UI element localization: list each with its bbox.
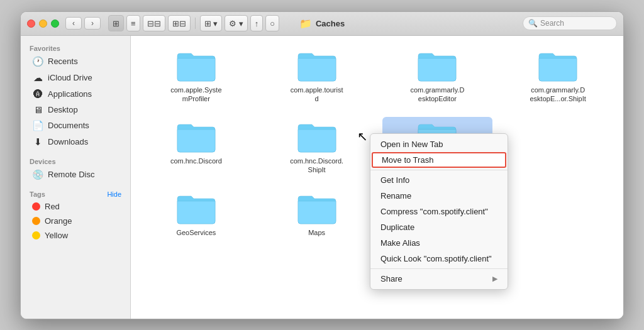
folder-icon-2: [297, 50, 337, 82]
sidebar: Favorites 🕐 Recents ☁ iCloud Drive 🅐 App…: [21, 36, 131, 319]
search-bar[interactable]: 🔍 Search: [523, 16, 617, 30]
view-gallery-button[interactable]: ⊞⊟: [168, 15, 191, 31]
sidebar-item-tag-orange-label: Orange: [45, 216, 72, 226]
minimize-button[interactable]: [39, 19, 47, 28]
nav-buttons: ‹ ›: [65, 17, 101, 30]
file-label-2: com.apple.tourist d: [289, 85, 345, 104]
context-menu-rename[interactable]: Rename: [370, 188, 508, 204]
sidebar-item-icloud-label: iCloud Drive: [48, 73, 92, 82]
sidebar-item-tag-orange[interactable]: Orange: [23, 214, 128, 228]
file-item-8[interactable]: [502, 117, 613, 179]
file-item-empty[interactable]: [502, 189, 613, 241]
file-item-6[interactable]: com.hnc.Discord.ShipIt: [262, 117, 372, 179]
sidebar-item-desktop-label: Desktop: [48, 105, 78, 114]
traffic-lights: [27, 19, 59, 28]
share-label: Share: [380, 274, 402, 283]
file-label-1: com.apple.Syste mProfiler: [168, 85, 225, 104]
finder-window: ‹ › ⊞ ≡ ⊟⊟ ⊞⊟ ⊞ ▾ ⚙ ▾ ↑ ○ 📁 Caches 🔍 Sea…: [20, 11, 624, 319]
file-item-2[interactable]: com.apple.tourist d: [262, 46, 372, 107]
context-menu-make-alias[interactable]: Make Alias: [370, 235, 508, 251]
folder-icon: 📁: [299, 18, 312, 30]
action-button[interactable]: ⚙ ▾: [225, 15, 248, 31]
view-icon-grid-button[interactable]: ⊞: [108, 15, 124, 31]
context-menu-sep-1: [370, 170, 508, 170]
sidebar-item-desktop[interactable]: 🖥 Desktop: [23, 102, 128, 118]
sidebar-item-downloads-label: Downloads: [48, 137, 88, 146]
maximize-button[interactable]: [51, 19, 59, 28]
tags-hide-button[interactable]: Hide: [107, 190, 121, 198]
sidebar-item-recents-label: Recents: [48, 57, 78, 66]
folder-icon-maps: [297, 192, 337, 225]
file-label-3: com.grammarly.DesktopEditor: [410, 85, 464, 104]
context-menu-compress[interactable]: Compress "com.spotify.client": [370, 204, 508, 219]
folder-icon-8: [538, 121, 578, 153]
sidebar-item-applications[interactable]: 🅐 Applications: [23, 86, 128, 102]
search-placeholder: Search: [540, 19, 564, 28]
search-icon: 🔍: [528, 19, 538, 28]
file-label-4: com.grammarly.DesktopE...or.ShipIt: [530, 85, 586, 104]
file-item-maps[interactable]: Maps: [262, 189, 372, 241]
favorites-section-title: Favorites: [21, 42, 130, 53]
view-columns-button[interactable]: ⊟⊟: [143, 15, 165, 31]
sidebar-item-applications-label: Applications: [48, 89, 92, 99]
context-menu-open-new-tab[interactable]: Open in New Tab: [370, 136, 508, 152]
sidebar-item-remote-disc[interactable]: 💿 Remote Disc: [23, 167, 128, 183]
back-button[interactable]: ‹: [65, 17, 82, 30]
context-menu-quick-look[interactable]: Quick Look "com.spotify.client": [370, 251, 508, 267]
tag-button[interactable]: ○: [265, 15, 279, 31]
file-label-6: com.hnc.Discord.ShipIt: [290, 157, 343, 175]
sidebar-item-documents-label: Documents: [48, 121, 89, 130]
folder-icon-geo: [176, 192, 216, 225]
desktop-icon: 🖥: [32, 104, 43, 115]
devices-section-title: Devices: [21, 155, 130, 167]
context-menu-get-info[interactable]: Get Info: [370, 172, 508, 188]
titlebar: ‹ › ⊞ ≡ ⊟⊟ ⊞⊟ ⊞ ▾ ⚙ ▾ ↑ ○ 📁 Caches 🔍 Sea…: [21, 12, 623, 36]
folder-icon-3: [417, 50, 457, 82]
file-item-1[interactable]: com.apple.Syste mProfiler: [141, 46, 252, 107]
context-menu-sep-2: [370, 268, 508, 269]
sidebar-item-icloud[interactable]: ☁ iCloud Drive: [23, 70, 128, 86]
sidebar-item-tag-yellow[interactable]: Yellow: [23, 228, 128, 243]
downloads-icon: ⬇: [32, 136, 43, 148]
icloud-icon: ☁: [32, 72, 43, 84]
sidebar-divider-2: [21, 183, 130, 188]
sidebar-item-documents[interactable]: 📄 Documents: [23, 118, 128, 134]
applications-icon: 🅐: [32, 89, 43, 99]
window-title-area: 📁 Caches: [299, 18, 345, 30]
folder-icon-empty: [538, 192, 578, 225]
documents-icon: 📄: [32, 120, 43, 131]
close-button[interactable]: [27, 19, 35, 28]
sidebar-divider-1: [21, 150, 130, 155]
context-menu-duplicate[interactable]: Duplicate: [370, 219, 508, 235]
tags-header: Tags Hide: [21, 188, 130, 199]
share-button[interactable]: ↑: [250, 15, 264, 31]
arrange-button[interactable]: ⊞ ▾: [200, 15, 223, 31]
sidebar-item-downloads[interactable]: ⬇ Downloads: [23, 134, 128, 150]
file-label-5: com.hnc.Discord: [170, 157, 222, 165]
share-arrow: ▶: [492, 275, 497, 283]
window-title: Caches: [316, 19, 345, 28]
file-item-4[interactable]: com.grammarly.DesktopE...or.ShipIt: [502, 46, 613, 107]
folder-icon-1: [176, 50, 216, 82]
sidebar-item-tag-red[interactable]: Red: [23, 199, 128, 214]
view-list-button[interactable]: ≡: [126, 15, 140, 31]
forward-button[interactable]: ›: [84, 17, 101, 30]
sidebar-item-tag-yellow-label: Yellow: [45, 231, 68, 240]
recents-icon: 🕐: [32, 56, 43, 67]
sidebar-item-recents[interactable]: 🕐 Recents: [23, 53, 128, 70]
sidebar-item-tag-red-label: Red: [45, 202, 60, 211]
remote-disc-icon: 💿: [32, 169, 43, 180]
folder-icon-6: [297, 121, 337, 153]
file-label-maps: Maps: [308, 228, 325, 237]
file-area: com.apple.Syste mProfiler com.apple.tour…: [131, 36, 623, 319]
context-menu: Open in New Tab Move to Trash Get Info R…: [370, 133, 508, 290]
file-item-geoservices[interactable]: GeoServices: [141, 189, 252, 241]
orange-tag-dot: [32, 217, 40, 225]
context-menu-move-to-trash[interactable]: Move to Trash: [372, 152, 506, 168]
context-menu-share[interactable]: Share ▶: [370, 271, 508, 287]
file-item-3[interactable]: com.grammarly.DesktopEditor: [382, 46, 493, 107]
sidebar-item-remote-disc-label: Remote Disc: [48, 170, 94, 179]
red-tag-dot: [32, 202, 40, 211]
file-item-5[interactable]: com.hnc.Discord: [141, 117, 252, 179]
folder-icon-5: [176, 121, 216, 153]
